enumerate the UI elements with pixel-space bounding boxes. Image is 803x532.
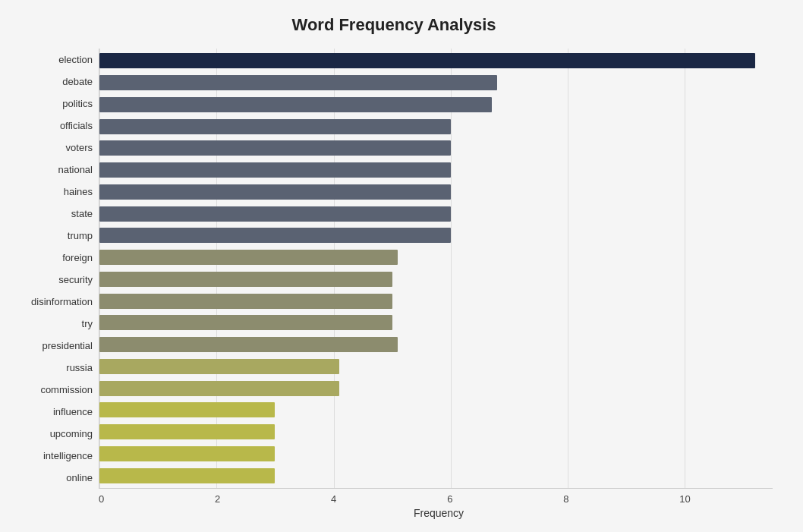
bar-row	[99, 205, 773, 223]
bar-row	[99, 161, 773, 179]
bar	[99, 294, 392, 309]
x-tick: 8	[563, 493, 568, 505]
x-axis-title: Frequency	[105, 507, 773, 519]
bar	[99, 402, 275, 417]
bar	[99, 468, 275, 483]
bar-row	[99, 96, 773, 114]
y-label: russia	[66, 358, 93, 378]
bar	[99, 272, 392, 287]
bar-row	[99, 292, 773, 310]
y-label: debate	[62, 72, 93, 92]
y-label: disinformation	[31, 292, 93, 312]
bar-row	[99, 335, 773, 354]
y-label: voters	[66, 138, 93, 158]
bar	[99, 53, 755, 68]
y-label: intelligence	[43, 446, 93, 466]
bars-and-grid	[99, 49, 773, 489]
bar-row	[99, 183, 773, 201]
bar-row	[99, 379, 773, 398]
bar	[99, 424, 275, 439]
bar	[99, 315, 392, 330]
y-label: try	[82, 314, 93, 334]
bar-row	[99, 401, 773, 419]
bar	[99, 162, 451, 178]
bar-row	[99, 270, 773, 288]
bar	[99, 337, 398, 352]
bar	[99, 381, 339, 396]
y-label: politics	[62, 94, 93, 114]
y-label: national	[58, 160, 93, 180]
x-tick: 2	[215, 493, 220, 505]
x-tick: 10	[679, 493, 690, 505]
y-label: upcoming	[50, 424, 93, 444]
y-label: trump	[68, 226, 93, 246]
bar-row	[99, 248, 773, 266]
bar	[99, 119, 451, 134]
bar-row	[99, 139, 773, 157]
y-label: election	[58, 50, 93, 70]
bar-row	[99, 52, 773, 70]
bar	[99, 228, 451, 243]
y-label: online	[66, 468, 93, 488]
bar	[99, 97, 492, 112]
x-tick: 0	[99, 493, 104, 505]
bar-row	[99, 118, 773, 136]
y-label: presidential	[43, 336, 93, 356]
chart-container: Word Frequency Analysis electiondebatepo…	[0, 0, 803, 532]
bar	[99, 359, 339, 374]
bar-row	[99, 467, 773, 485]
bar-row	[99, 313, 773, 332]
bar-row	[99, 226, 773, 244]
bar-row	[99, 445, 773, 463]
y-label: security	[58, 270, 93, 290]
bar	[99, 250, 398, 265]
bar	[99, 184, 451, 200]
y-label: officials	[60, 116, 93, 136]
bar	[99, 206, 451, 222]
x-axis-labels: 0246810	[105, 489, 773, 504]
y-label: influence	[53, 402, 93, 422]
x-tick: 6	[447, 493, 452, 505]
bar-row	[99, 357, 773, 376]
chart-title: Word Frequency Analysis	[15, 15, 773, 35]
x-tick: 4	[331, 493, 336, 505]
bar	[99, 75, 497, 90]
y-labels: electiondebatepoliticsofficialsvotersnat…	[15, 49, 99, 489]
bar-row	[99, 74, 773, 92]
bars-container	[99, 49, 773, 488]
y-label: state	[71, 204, 93, 224]
y-label: foreign	[62, 248, 93, 268]
bar	[99, 446, 275, 461]
chart-area: electiondebatepoliticsofficialsvotersnat…	[15, 49, 773, 489]
bar-row	[99, 423, 773, 441]
y-label: commission	[40, 380, 93, 400]
y-label: haines	[64, 182, 93, 202]
bar	[99, 140, 451, 156]
